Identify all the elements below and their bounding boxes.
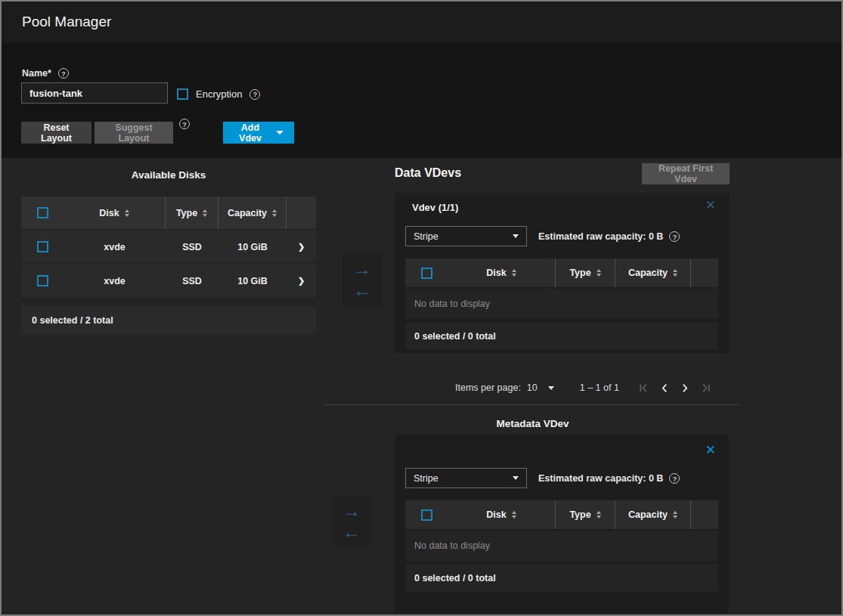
vdev-table-footer: 0 selected / 0 total: [405, 322, 718, 350]
data-vdevs-paginator: Items per page: 10 1 – 1 of 1: [455, 377, 739, 398]
capacity-column-label: Capacity: [628, 268, 668, 278]
vdev-panel-title: Vdev (1/1): [412, 202, 458, 213]
data-vdev-panel: Vdev (1/1) ✕ Stripe Estimated raw capaci…: [395, 193, 729, 353]
disk-type: SSD: [182, 242, 202, 252]
metadata-vdev-transfer-panel: → ←: [332, 497, 371, 546]
sort-icon: [512, 511, 516, 518]
select-all-checkbox[interactable]: [37, 207, 48, 218]
metadata-layout-select[interactable]: Stripe: [405, 468, 527, 488]
type-column-label: Type: [569, 509, 590, 520]
disk-column-label: Disk: [486, 268, 506, 278]
add-vdev-button[interactable]: Add Vdev: [223, 122, 294, 144]
page-range-text: 1 – 1 of 1: [580, 382, 619, 393]
type-column-label: Type: [176, 208, 197, 218]
layout-select-value: Stripe: [414, 473, 439, 484]
add-vdev-label: Add Vdev: [234, 122, 267, 144]
encryption-label: Encryption: [196, 88, 242, 100]
metadata-vdev-title: Metadata VDev: [327, 418, 739, 429]
data-vdev-transfer-panel: → ←: [342, 251, 382, 308]
table-row[interactable]: xvde SSD 10 GiB ❯: [21, 231, 316, 263]
section-divider: [324, 404, 739, 405]
name-help-icon[interactable]: ?: [58, 68, 69, 79]
sort-icon: [597, 269, 601, 277]
chevron-right-icon[interactable]: ❯: [298, 276, 305, 286]
layout-select-value: Stripe: [414, 231, 439, 242]
disk-name: xvde: [104, 242, 126, 252]
pool-name-input[interactable]: [21, 82, 168, 104]
disk-type: SSD: [182, 276, 202, 286]
sort-icon: [125, 209, 129, 217]
column-header-type[interactable]: Type: [166, 197, 218, 229]
sort-icon: [597, 511, 601, 518]
data-vdevs-heading: Data VDevs: [395, 166, 461, 180]
move-left-arrow-icon[interactable]: ←: [353, 280, 371, 300]
reset-layout-button[interactable]: Reset Layout: [21, 122, 91, 144]
pool-manager-page: Pool Manager Name* ? Encryption ? Reset …: [0, 0, 843, 616]
items-per-page-value[interactable]: 10: [527, 382, 538, 393]
select-caret-down-icon: [513, 476, 519, 480]
move-right-arrow-icon[interactable]: →: [353, 259, 371, 279]
layout-help-icon[interactable]: ?: [179, 119, 190, 129]
select-all-checkbox[interactable]: [421, 268, 432, 279]
next-page-icon[interactable]: [680, 382, 691, 394]
column-header-type[interactable]: Type: [556, 258, 615, 287]
sort-icon: [203, 209, 207, 217]
column-header-disk[interactable]: Disk: [448, 258, 556, 287]
metadata-disks-table: Disk Type Capacity No data to display 0 …: [405, 500, 718, 592]
move-left-arrow-icon[interactable]: ←: [342, 522, 361, 542]
row-checkbox[interactable]: [37, 275, 48, 286]
available-disks-header-row: Disk Type Capacity: [21, 197, 316, 229]
column-header-disk[interactable]: Disk: [64, 197, 166, 229]
sort-icon: [272, 209, 277, 217]
table-row[interactable]: xvde SSD 10 GiB ❯: [21, 265, 316, 297]
capacity-help-icon[interactable]: ?: [669, 473, 680, 484]
capacity-help-icon[interactable]: ?: [669, 231, 680, 242]
type-column-label: Type: [569, 268, 590, 278]
chevron-right-icon[interactable]: ❯: [298, 242, 305, 252]
items-per-page-caret-down-icon[interactable]: [548, 386, 554, 390]
empty-table-message: No data to display: [405, 289, 718, 319]
vdev-layout-select[interactable]: Stripe: [405, 226, 527, 246]
layout-content: Available Disks Disk Type Capacity: [2, 158, 841, 616]
select-all-checkbox[interactable]: [421, 509, 432, 521]
capacity-column-label: Capacity: [628, 509, 668, 520]
metadata-table-footer: 0 selected / 0 total: [405, 564, 718, 592]
disk-capacity: 10 GiB: [237, 242, 268, 252]
metadata-vdev-panel: ✕ Stripe Estimated raw capacity: 0 B ? D…: [395, 435, 729, 614]
select-caret-down-icon: [513, 234, 519, 238]
column-header-capacity[interactable]: Capacity: [218, 197, 287, 229]
available-disks-title: Available Disks: [21, 169, 316, 181]
move-right-arrow-icon[interactable]: →: [342, 501, 361, 521]
metadata-table-header-row: Disk Type Capacity: [405, 500, 718, 529]
pool-form: Name* ? Encryption ? Reset Layout Sugges…: [2, 43, 841, 158]
estimated-capacity-text: Estimated raw capacity: 0 B: [538, 231, 663, 242]
previous-page-icon[interactable]: [659, 382, 670, 394]
column-header-type[interactable]: Type: [556, 500, 615, 529]
app-header: Pool Manager: [2, 2, 841, 43]
name-label: Name*: [22, 68, 51, 79]
items-per-page-label: Items per page:: [455, 382, 521, 393]
capacity-column-label: Capacity: [228, 208, 267, 218]
vdev-close-icon[interactable]: ✕: [705, 197, 716, 213]
metadata-close-icon[interactable]: ✕: [705, 442, 716, 458]
available-disks-table: Disk Type Capacity xvde SSD 10 GiB ❯: [21, 197, 316, 334]
estimated-capacity-text: Estimated raw capacity: 0 B: [538, 473, 663, 484]
sort-icon: [673, 511, 677, 518]
suggest-layout-button[interactable]: Suggest Layout: [95, 122, 173, 144]
first-page-icon[interactable]: [637, 382, 649, 394]
encryption-help-icon[interactable]: ?: [249, 89, 260, 100]
encryption-checkbox[interactable]: [177, 88, 188, 100]
sort-icon: [673, 269, 677, 277]
disk-capacity: 10 GiB: [237, 276, 268, 286]
empty-table-message: No data to display: [405, 531, 718, 561]
page-title: Pool Manager: [22, 14, 111, 30]
disk-column-label: Disk: [99, 208, 119, 218]
sort-icon: [512, 269, 516, 277]
column-header-capacity[interactable]: Capacity: [615, 500, 691, 529]
repeat-first-vdev-button[interactable]: Repeat First Vdev: [642, 163, 730, 184]
column-header-capacity[interactable]: Capacity: [615, 258, 691, 287]
row-checkbox[interactable]: [37, 241, 48, 252]
column-header-disk[interactable]: Disk: [448, 500, 556, 529]
vdev-disks-table: Disk Type Capacity No data to display 0 …: [405, 258, 718, 350]
last-page-icon[interactable]: [701, 382, 712, 394]
